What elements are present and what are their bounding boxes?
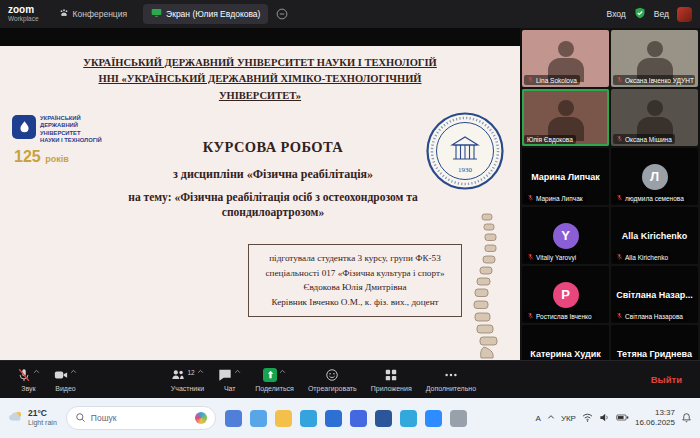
slide-title: КУРСОВА РОБОТА: [124, 139, 422, 156]
avatar[interactable]: [677, 7, 692, 22]
task-view-icon[interactable]: [225, 410, 242, 427]
apps-button[interactable]: Приложения: [364, 366, 419, 394]
search-input[interactable]: Пошук: [66, 406, 216, 430]
emblem-year: 1930: [458, 166, 473, 174]
notifications-bell-icon[interactable]: [681, 412, 692, 425]
chevron-up-icon[interactable]: [279, 368, 286, 376]
mic-muted-icon: [616, 76, 623, 84]
meeting-content: УКРАЇНСЬКИЙ ДЕРЖАВНИЙ УНІВЕРСИТЕТ НАУКИ …: [0, 28, 700, 360]
chevron-up-icon[interactable]: [547, 413, 555, 423]
participant-tile[interactable]: Lina Sokolova: [522, 30, 609, 87]
participant-tile[interactable]: Ллюдмила семенова: [611, 148, 698, 205]
participant-label: людмила семенова: [613, 193, 687, 203]
slide-subtitle: з дисципліни «Фізична реабілітація»: [124, 167, 422, 182]
participant-label: Світлана Назарова: [613, 311, 686, 321]
settings-icon[interactable]: [450, 410, 467, 427]
drop-logo-icon: [12, 115, 36, 139]
mic-muted-icon: [527, 312, 534, 320]
toolbar-button-label: Дополнительно: [426, 385, 476, 392]
collapse-tab-icon[interactable]: [276, 8, 288, 20]
mic-muted-icon: [527, 253, 534, 261]
visual-search-icon[interactable]: [195, 412, 207, 424]
audio-button[interactable]: Звук: [10, 366, 47, 394]
chat-button[interactable]: Чат: [211, 366, 248, 394]
participant-tile[interactable]: Катерина ХудикКатерина Худик: [522, 325, 609, 360]
participant-name: Тетяна Гриднева: [614, 349, 695, 359]
tab-conference[interactable]: Конференция: [51, 4, 135, 24]
screen-share-view: УКРАЇНСЬКИЙ ДЕРЖАВНИЙ УНІВЕРСИТЕТ НАУКИ …: [0, 28, 520, 360]
chat-icon: [218, 368, 232, 383]
tab-screen-label: Экран (Юлия Евдокова): [166, 9, 260, 19]
slide-header-line1: УКРАЇНСЬКИЙ ДЕРЖАВНИЙ УНІВЕРСИТЕТ НАУКИ …: [0, 55, 520, 71]
participant-tile[interactable]: PРостислав Івченко: [522, 266, 609, 323]
date: 16.06.2025: [635, 418, 675, 428]
desktop: zoom Workplace Конференция Экран (Юлия Е…: [0, 0, 700, 438]
widgets-icon[interactable]: [250, 410, 267, 427]
micmuted-icon: [17, 368, 31, 383]
wifi-icon[interactable]: [582, 412, 593, 425]
reactions-button[interactable]: Отреагировать: [301, 366, 364, 394]
author-line: підготувала студентка 3 курсу, групи ФК-…: [257, 251, 453, 266]
more-button[interactable]: Дополнительно: [419, 366, 483, 394]
workplace-label: Workplace: [8, 16, 39, 23]
university-logo: УКРАЇНСЬКИЙ ДЕРЖАВНИЙ УНІВЕРСИТЕТ НАУКИ …: [12, 109, 124, 218]
search-placeholder: Пошук: [91, 413, 117, 423]
clock[interactable]: 13:37 16.06.2025: [635, 408, 675, 429]
author-line: Керівник Івченко О.М., к. фіз. вих., доц…: [257, 295, 453, 310]
tab-conference-label: Конференция: [73, 9, 127, 19]
volume-icon[interactable]: [599, 412, 610, 425]
edge-icon[interactable]: [300, 410, 317, 427]
tab-screen-share[interactable]: Экран (Юлия Евдокова): [143, 4, 268, 24]
mic-muted-icon: [616, 312, 623, 320]
participant-tile[interactable]: Марина ЛипчакМарина Липчак: [522, 148, 609, 205]
participant-tile[interactable]: Тетяна ГридневаТетяна Гриднева: [611, 325, 698, 360]
word-icon[interactable]: [375, 410, 392, 427]
participants-panel: Lina SokolovaОксана Івченко УДУНТ ННІ «У…: [520, 28, 700, 360]
telegram-icon[interactable]: [400, 410, 417, 427]
presentation-slide: УКРАЇНСЬКИЙ ДЕРЖАВНИЙ УНІВЕРСИТЕТ НАУКИ …: [0, 46, 520, 360]
weather-icon: [8, 409, 24, 427]
chevron-up-icon[interactable]: [70, 368, 77, 376]
store-icon[interactable]: [325, 410, 342, 427]
participant-tile[interactable]: YVitaliy Yarovyi: [522, 207, 609, 264]
participant-tile[interactable]: Світлана Назар...Світлана Назарова: [611, 266, 698, 323]
participant-label: Ростислав Івченко: [524, 311, 595, 321]
chevron-up-icon[interactable]: [197, 368, 204, 376]
zoom-logo: zoom Workplace: [8, 5, 39, 22]
taskbar-apps: [225, 410, 467, 427]
mic-muted-icon: [616, 253, 623, 261]
participant-count: 12: [187, 369, 194, 376]
host-badge: Вед: [654, 9, 669, 19]
chevron-up-icon[interactable]: [33, 368, 40, 376]
chevron-up-icon[interactable]: [234, 368, 241, 376]
windows-taskbar: 21°C Light rain Пошук A УКР 13:37 16.06.…: [0, 398, 700, 438]
tray-app-badge[interactable]: A: [536, 414, 541, 423]
participant-label: Юлія Євдокова: [524, 135, 576, 144]
logo-text-line: НАУКИ І ТЕХНОЛОГІЙ: [40, 137, 102, 145]
participant-tile[interactable]: Alla KirichenkoAlla Kirichenko: [611, 207, 698, 264]
file-explorer-icon[interactable]: [275, 410, 292, 427]
battery-icon[interactable]: [616, 413, 629, 424]
author-line: спеціальності 017 «Фізична культура і сп…: [257, 266, 453, 281]
participants-button[interactable]: 12Участники: [164, 366, 211, 394]
zoom-icon[interactable]: [425, 410, 442, 427]
spine-illustration: [462, 212, 508, 360]
participant-tile[interactable]: Оксана Івченко УДУНТ ННІ «У...: [611, 30, 698, 87]
participant-name: Світлана Назар...: [613, 290, 695, 300]
login-button[interactable]: Вход: [607, 9, 626, 19]
toolbar-button-label: Видео: [55, 385, 75, 392]
photos-icon[interactable]: [350, 410, 367, 427]
weather-widget[interactable]: 21°C Light rain: [8, 408, 57, 427]
monitor-icon: [151, 8, 162, 20]
video-button[interactable]: Видео: [47, 366, 84, 394]
logo-years: 125 років: [12, 148, 124, 166]
participant-tile[interactable]: Оксана Мішина: [611, 89, 698, 146]
language-indicator[interactable]: УКР: [561, 414, 576, 423]
share-button[interactable]: Поделиться: [248, 366, 301, 394]
leave-button[interactable]: Выйти: [643, 370, 690, 389]
shield-check-icon[interactable]: [634, 7, 646, 21]
mic-muted-icon: [527, 76, 534, 84]
participant-label: Vitaliy Yarovyi: [524, 252, 579, 262]
participant-tile[interactable]: Юлія Євдокова: [522, 89, 609, 146]
toolbar-button-label: Чат: [224, 385, 236, 392]
